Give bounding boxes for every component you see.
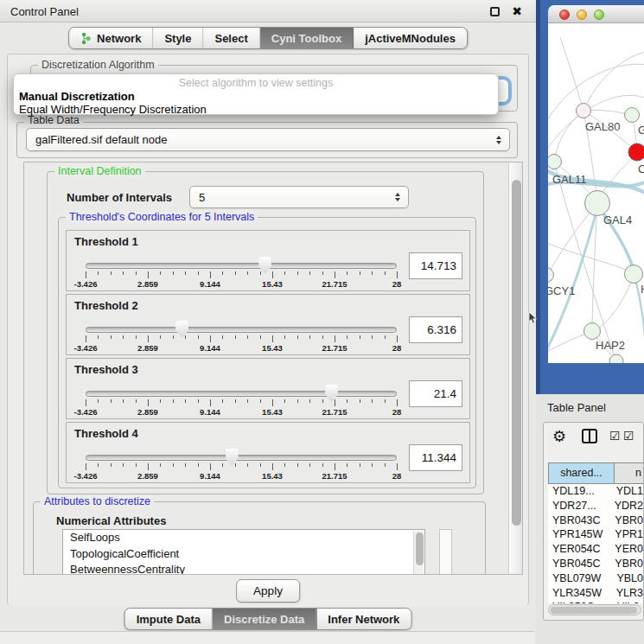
attributes-scrollbar[interactable] <box>413 531 424 575</box>
attribute-list-item[interactable]: BetweennessCentrality <box>63 562 424 575</box>
cell-name[interactable]: YBL0 <box>614 571 643 586</box>
slider-tick-label: 21.715 <box>322 279 347 289</box>
mac-zoom-icon[interactable] <box>594 10 604 20</box>
table-row[interactable]: YER054CYER0 <box>548 542 643 557</box>
algorithm-option-equal-width[interactable]: Equal Width/Frequency Discretization <box>14 103 498 116</box>
tab-discretize-data[interactable]: Discretize Data <box>213 609 316 629</box>
table-row[interactable]: YBR043CYBR0 <box>548 513 643 528</box>
combo-spinner-icon[interactable] <box>496 136 501 144</box>
network-node-ga[interactable] <box>625 108 640 123</box>
numerical-attributes-list[interactable]: SelfLoopsTopologicalCoefficientBetweenne… <box>62 529 425 575</box>
cell-shared-name[interactable]: YDR27... <box>548 499 612 513</box>
cell-shared-name[interactable]: YDL19... <box>548 484 614 499</box>
column-header-name[interactable]: n <box>615 462 643 484</box>
table-toolbar: ⚙ ☑ ☑ <box>544 427 643 448</box>
tab-network[interactable]: Network <box>69 28 153 48</box>
thresholds-group: Threshold's Coordinates for 5 Intervals … <box>58 217 476 488</box>
tab-cyni-toolbox[interactable]: Cyni Toolbox <box>260 28 354 48</box>
combo-spinner-icon[interactable] <box>395 193 400 201</box>
network-node-hap2[interactable] <box>584 323 601 340</box>
algorithm-option-manual[interactable]: Manual Discretization <box>14 90 498 103</box>
network-node[interactable] <box>609 354 623 363</box>
tab-jactivemnodules[interactable]: jActiveMNodules <box>354 28 467 48</box>
node-label: GCY1 <box>548 284 575 297</box>
network-edge[interactable] <box>554 111 583 162</box>
cell-shared-name[interactable]: YBL079W <box>548 571 614 586</box>
cell-shared-name[interactable]: YBR045C <box>548 557 612 571</box>
cell-name[interactable]: YBR0 <box>612 557 643 571</box>
slider-tick-label: 15.43 <box>262 471 283 481</box>
slider-track[interactable] <box>86 455 397 461</box>
table-row[interactable]: YDL19...YDL1 <box>548 484 643 499</box>
network-node-gcy1[interactable] <box>548 268 554 283</box>
slider-track[interactable] <box>86 391 397 397</box>
network-edge[interactable] <box>548 241 631 272</box>
scrollbar-thumb[interactable] <box>551 607 637 614</box>
attributes-list-side-scrollbar[interactable] <box>439 529 452 575</box>
cell-name[interactable]: YDL1 <box>614 484 643 499</box>
close-icon[interactable]: ✖ <box>512 3 522 19</box>
network-edge[interactable] <box>596 277 633 329</box>
cell-shared-name[interactable]: YIL052C <box>548 600 615 603</box>
table-horizontal-scrollbar[interactable] <box>548 604 641 615</box>
slider-track[interactable] <box>86 263 397 269</box>
tab-impute-data[interactable]: Impute Data <box>125 609 213 629</box>
table-row[interactable]: YBR045CYBR0 <box>548 557 643 571</box>
cell-name[interactable]: YIL0 <box>615 600 643 603</box>
column-header-shared-name[interactable]: shared... <box>548 462 615 484</box>
algorithm-placeholder: Select algorithm to view settings <box>14 77 498 89</box>
cell-shared-name[interactable]: YLR345W <box>548 586 614 601</box>
tab-label: Network <box>97 32 141 45</box>
checkbox-icon[interactable]: ☑ <box>609 428 621 443</box>
gear-icon[interactable]: ⚙ <box>552 428 566 445</box>
threshold-value-field[interactable]: 21.4 <box>409 380 462 407</box>
apply-button[interactable]: Apply <box>236 579 300 603</box>
table-row[interactable]: YLR345WYLR3 <box>548 586 643 601</box>
table-row[interactable]: YBL079WYBL0 <box>548 571 643 586</box>
network-node-h[interactable] <box>625 265 643 284</box>
threshold-panel: Threshold 2 6.316 -3.4262.8599.14415.432… <box>66 294 470 355</box>
float-window-icon[interactable] <box>490 7 500 16</box>
attribute-list-item[interactable]: SelfLoops <box>63 530 424 546</box>
scrollbar-thumb[interactable] <box>512 180 521 526</box>
table-row[interactable]: YDR27...YDR2 <box>548 499 643 513</box>
mac-minimize-icon[interactable] <box>577 10 587 20</box>
threshold-value-field[interactable]: 11.344 <box>409 444 462 471</box>
tab-select[interactable]: Select <box>203 28 259 48</box>
cell-name[interactable]: YDR2 <box>612 499 643 513</box>
number-of-intervals-combobox[interactable]: 5 <box>189 186 409 208</box>
network-node-gal11[interactable] <box>548 155 562 169</box>
control-panel-tabbar: NetworkStyleSelectCyni ToolboxjActiveMNo… <box>68 27 468 49</box>
network-edge[interactable] <box>583 51 644 111</box>
checkbox-icon[interactable]: ☑ <box>623 428 634 443</box>
attribute-list-item[interactable]: TopologicalCoefficient <box>63 546 424 563</box>
threshold-value-field[interactable]: 6.316 <box>409 316 462 343</box>
tab-style[interactable]: Style <box>153 28 203 48</box>
network-edge[interactable] <box>600 155 636 196</box>
tab-infer-network[interactable]: Infer Network <box>316 609 411 629</box>
table-panel-content: ⚙ ☑ ☑ shared... n YDL19...YDL1YDR27...YD… <box>543 422 644 621</box>
slider-track[interactable] <box>86 327 397 333</box>
cell-shared-name[interactable]: YPR145W <box>548 527 612 542</box>
table-row[interactable]: YIL052CYIL0 <box>548 600 643 603</box>
scrollbar-thumb[interactable] <box>416 532 424 565</box>
cell-name[interactable]: YER0 <box>612 542 643 557</box>
cell-name[interactable]: YBR0 <box>612 513 643 528</box>
network-node-gal80[interactable] <box>577 104 591 118</box>
settings-vertical-scrollbar[interactable] <box>508 163 522 574</box>
threshold-value-field[interactable]: 14.713 <box>409 252 462 279</box>
network-edge[interactable] <box>560 37 583 111</box>
columns-icon[interactable] <box>582 429 597 443</box>
network-window-titlebar[interactable] <box>548 5 644 23</box>
network-canvas[interactable]: GAL80GACGAL11GAL4GCY1HHAP2 <box>548 23 644 363</box>
cell-shared-name[interactable]: YBR043C <box>548 513 612 528</box>
cell-shared-name[interactable]: YER054C <box>548 542 612 557</box>
network-node-c[interactable] <box>628 143 644 161</box>
cell-name[interactable]: YPR1 <box>612 527 643 542</box>
mac-close-icon[interactable] <box>559 10 570 20</box>
network-node-gal4[interactable] <box>585 191 610 216</box>
node-label: GAL80 <box>585 120 620 133</box>
table-data-combobox[interactable]: galFiltered.sif default node <box>26 128 510 151</box>
table-row[interactable]: YPR145WYPR1 <box>548 527 643 542</box>
cell-name[interactable]: YLR3 <box>614 586 643 601</box>
